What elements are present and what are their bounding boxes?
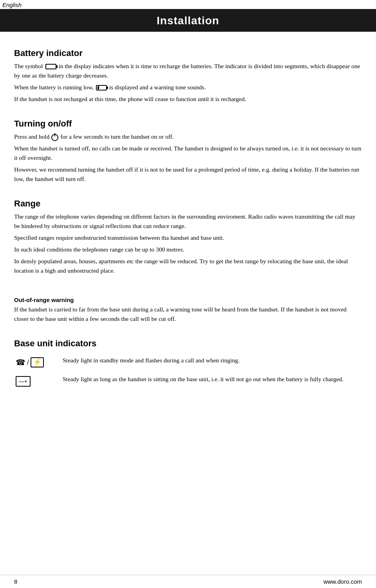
indicator-row1-desc: Steady light in standby mode and flashes… [61, 353, 362, 371]
indicator-row-2: —+ Steady light as long as the handset i… [14, 371, 362, 389]
turning-para2: When the handset is turned off, no calls… [14, 144, 362, 163]
battery-para2: When the battery is running low, is disp… [14, 83, 362, 92]
page-footer: 8 www.doro.com [0, 575, 376, 588]
battery-para1: The symbol in the display indicates when… [14, 62, 362, 80]
battery-para2-start: When the battery is running low, [14, 84, 94, 90]
range-para4: In densly populated areas, houses, apart… [14, 257, 362, 275]
turning-para1-start: Press and hold [14, 133, 49, 140]
range-para1: The range of the telephone varies depend… [14, 212, 362, 231]
battery-indicator-heading: Battery indicator [14, 48, 362, 58]
range-para3: In such ideal conditions the telephones … [14, 245, 362, 254]
charging-base-icon: —+ [16, 376, 31, 387]
main-content: Battery indicator The symbol in the disp… [0, 32, 376, 413]
turning-para1-end: for a few seconds to turn the handset on… [60, 133, 174, 140]
base-unit-heading: Base unit indicators [14, 338, 362, 349]
power-button-icon [51, 134, 58, 141]
language-label: English [0, 0, 376, 9]
battery-full-icon [45, 64, 56, 69]
out-of-range-para1: If the handset is carried to far from th… [14, 305, 362, 324]
battery-low-icon [96, 85, 107, 90]
turning-para3: However, we recommend turning the handse… [14, 165, 362, 184]
header-title: Installation [157, 14, 219, 27]
phone-icon: ☎ [16, 356, 25, 368]
battery-para1-end: in the display indicates when it is time… [14, 63, 360, 79]
battery-charging-icon: —+ [16, 374, 55, 386]
turning-on-off-heading: Turning on/off [14, 119, 362, 129]
turning-para1: Press and hold for a few seconds to turn… [14, 132, 362, 141]
out-of-range-heading: Out-of-range warning [14, 297, 362, 303]
battery-para1-start: The symbol [14, 63, 43, 69]
indicator-row-1: ☎ / ⚡ Steady light in standby mode and f… [14, 353, 362, 371]
battery-para3: If the handset is not recharged at this … [14, 94, 362, 104]
page-header: Installation [0, 9, 376, 32]
battery-para2-end: is displayed and a warning tone sounds. [109, 84, 206, 90]
range-heading: Range [14, 199, 362, 209]
indicators-table: ☎ / ⚡ Steady light in standby mode and f… [14, 353, 362, 389]
website: www.doro.com [324, 578, 362, 585]
indicator-row2-icon-cell: —+ [14, 371, 61, 389]
charging-plug-icon: ⚡ [31, 357, 44, 367]
indicator-row1-icon-cell: ☎ / ⚡ [14, 353, 61, 371]
phone-charge-icon: ☎ / ⚡ [16, 355, 55, 368]
slash-separator: / [27, 357, 29, 368]
page-number: 8 [14, 578, 17, 585]
range-para2: Specified ranges require unobstructed tr… [14, 233, 362, 242]
indicator-row2-desc: Steady light as long as the handset is s… [61, 371, 362, 389]
